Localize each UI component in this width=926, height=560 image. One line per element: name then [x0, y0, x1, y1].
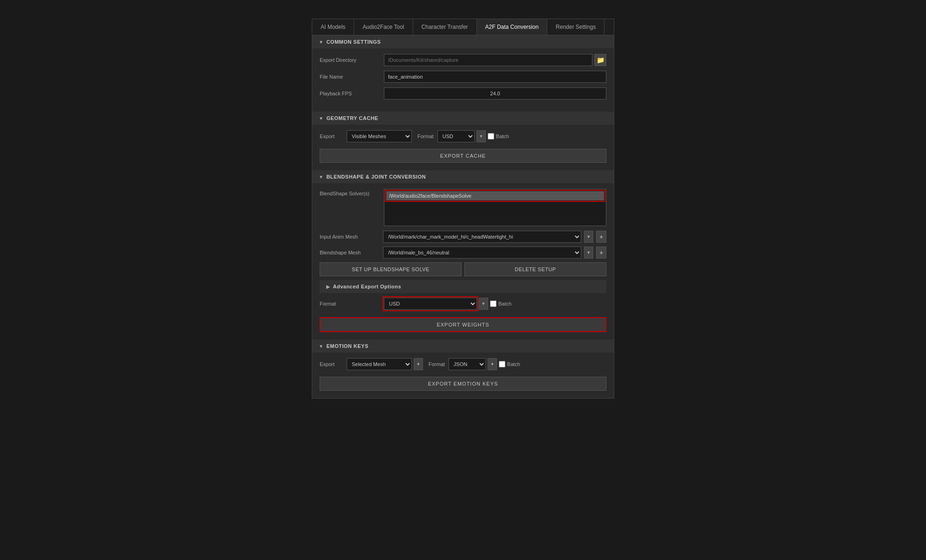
geo-format-label: Format: [417, 133, 434, 139]
blendshape-arrow: ▼: [319, 174, 323, 180]
blendshape-content: BlendShape Solver(s) /World/audio2face/B…: [312, 183, 614, 338]
solver-label: BlendShape Solver(s): [320, 189, 380, 196]
emotion-export-label: Export: [320, 361, 343, 367]
geometry-cache-header[interactable]: ▼ GEOMETRY CACHE: [312, 112, 614, 125]
file-name-label: File Name: [320, 74, 380, 80]
blendshape-action-buttons: SET UP BLENDSHAPE SOLVE DELETE SETUP: [320, 262, 606, 276]
tab-bar: AI Models Audio2Face Tool Character Tran…: [312, 19, 614, 35]
folder-icon: 📁: [597, 56, 604, 64]
export-dir-label: Export Directory: [320, 57, 380, 63]
emotion-format-dropdown-group: JSON CSV ▼ Batch: [449, 358, 520, 370]
emotion-keys-arrow: ▼: [319, 344, 323, 349]
input-anim-add-button[interactable]: +: [596, 231, 606, 243]
setup-blendshape-button[interactable]: SET UP BLENDSHAPE SOLVE: [320, 262, 462, 276]
geometry-cache-section: ▼ GEOMETRY CACHE Export Visible Meshes S…: [312, 112, 614, 168]
adv-format-arrow[interactable]: ▼: [479, 298, 488, 310]
emotion-export-dropdown[interactable]: Selected Mesh Visible Meshes: [347, 358, 412, 370]
geo-export-row: Export Visible Meshes Selected Mesh All …: [320, 130, 606, 142]
export-cache-button[interactable]: EXPORT CACHE: [320, 149, 606, 163]
app-container: AI Models Audio2Face Tool Character Tran…: [312, 19, 614, 399]
blendshape-section: ▼ BLENDSHAPE & JOINT CONVERSION BlendSha…: [312, 170, 614, 338]
emotion-batch-label: Batch: [507, 361, 520, 367]
emotion-format-label: Format: [429, 361, 445, 367]
emotion-keys-header[interactable]: ▼ EMOTION KEYS: [312, 340, 614, 353]
tab-render[interactable]: Render Settings: [547, 19, 604, 35]
input-anim-row: Input Anim Mesh /World/mark/char_mark_mo…: [320, 231, 606, 243]
blendshape-header[interactable]: ▼ BLENDSHAPE & JOINT CONVERSION: [312, 170, 614, 183]
playback-fps-row: Playback FPS: [320, 87, 606, 100]
input-anim-dropdown[interactable]: /World/mark/char_mark_model_hi/c_headWat…: [383, 231, 581, 243]
export-emotion-keys-button[interactable]: EXPORT EMOTION KEYS: [320, 377, 606, 391]
export-dir-row: Export Directory 📁: [320, 54, 606, 66]
blendshape-mesh-label: Blendshape Mesh: [320, 250, 380, 255]
advanced-export-arrow: ▶: [326, 284, 330, 289]
common-settings-title: COMMON SETTINGS: [326, 39, 381, 45]
advanced-export-title: Advanced Export Options: [333, 284, 402, 289]
geometry-cache-arrow: ▼: [319, 116, 323, 121]
emotion-export-row: Export Selected Mesh Visible Meshes ▼ Fo…: [320, 358, 606, 370]
solver-list[interactable]: /World/audio2face/BlendshapeSolve: [384, 189, 606, 226]
blendshape-mesh-row: Blendshape Mesh /World/male_bs_46/neutra…: [320, 247, 606, 259]
geo-format-dropdown-group: USD OBJ FBX ▼ Batch: [437, 130, 509, 142]
geo-format-dropdown[interactable]: USD OBJ FBX: [437, 130, 475, 142]
blendshape-mesh-arrow[interactable]: ▼: [584, 247, 593, 259]
emotion-keys-title: EMOTION KEYS: [326, 343, 368, 349]
adv-format-dropdown[interactable]: USD OBJ FBX: [384, 298, 477, 310]
blendshape-mesh-dropdown[interactable]: /World/male_bs_46/neutral: [383, 247, 581, 259]
tab-audio2face[interactable]: Audio2Face Tool: [354, 19, 413, 35]
emotion-format-dropdown[interactable]: JSON CSV: [449, 358, 486, 370]
geometry-cache-content: Export Visible Meshes Selected Mesh All …: [312, 125, 614, 168]
geometry-cache-title: GEOMETRY CACHE: [326, 115, 378, 121]
solver-row: BlendShape Solver(s) /World/audio2face/B…: [320, 189, 606, 226]
solver-item[interactable]: /World/audio2face/BlendshapeSolve: [386, 191, 604, 200]
blendshape-title: BLENDSHAPE & JOINT CONVERSION: [326, 174, 426, 180]
adv-batch-checkbox[interactable]: [490, 300, 497, 307]
file-name-input[interactable]: [384, 71, 606, 83]
export-weights-button[interactable]: EXPORT WEIGHTS: [320, 317, 606, 332]
emotion-keys-section: ▼ EMOTION KEYS Export Selected Mesh Visi…: [312, 340, 614, 396]
blendshape-mesh-add-button[interactable]: +: [596, 247, 606, 259]
geo-batch-label: Batch: [496, 133, 509, 139]
adv-format-group: USD OBJ FBX ▼ Batch: [384, 298, 511, 310]
geo-export-label: Export: [320, 133, 343, 139]
tab-a2f-data[interactable]: A2F Data Conversion: [477, 19, 548, 35]
emotion-format-arrow[interactable]: ▼: [488, 358, 497, 370]
emotion-export-arrow[interactable]: ▼: [414, 358, 423, 370]
delete-setup-button[interactable]: DELETE SETUP: [464, 262, 606, 276]
folder-browse-button[interactable]: 📁: [594, 54, 606, 66]
input-anim-label: Input Anim Mesh: [320, 234, 380, 240]
playback-fps-label: Playback FPS: [320, 91, 380, 96]
geo-batch-checkbox[interactable]: [488, 133, 494, 140]
common-settings-arrow: ▼: [319, 40, 323, 45]
emotion-export-dropdown-group: Selected Mesh Visible Meshes ▼: [347, 358, 423, 370]
adv-format-label: Format: [320, 301, 380, 307]
advanced-export-header[interactable]: ▶ Advanced Export Options: [320, 280, 606, 293]
geo-export-dropdown-group: Visible Meshes Selected Mesh All Meshes: [347, 130, 412, 142]
emotion-batch-checkbox[interactable]: [499, 361, 505, 367]
common-settings-content: Export Directory 📁 File Name Playback FP…: [312, 48, 614, 110]
common-settings-header[interactable]: ▼ COMMON SETTINGS: [312, 35, 614, 48]
export-dir-input[interactable]: [384, 54, 592, 66]
adv-batch-label: Batch: [498, 301, 511, 307]
adv-format-row: Format USD OBJ FBX ▼ Batch: [320, 298, 606, 310]
emotion-keys-content: Export Selected Mesh Visible Meshes ▼ Fo…: [312, 353, 614, 396]
tab-char-transfer[interactable]: Character Transfer: [413, 19, 477, 35]
tab-ai-models[interactable]: AI Models: [312, 19, 354, 35]
common-settings-section: ▼ COMMON SETTINGS Export Directory 📁 Fil…: [312, 35, 614, 110]
export-dir-input-group: 📁: [384, 54, 606, 66]
input-anim-arrow[interactable]: ▼: [584, 231, 593, 243]
file-name-row: File Name: [320, 71, 606, 83]
playback-fps-input[interactable]: [384, 87, 606, 100]
geo-export-dropdown[interactable]: Visible Meshes Selected Mesh All Meshes: [347, 130, 412, 142]
geo-format-arrow[interactable]: ▼: [476, 130, 486, 142]
